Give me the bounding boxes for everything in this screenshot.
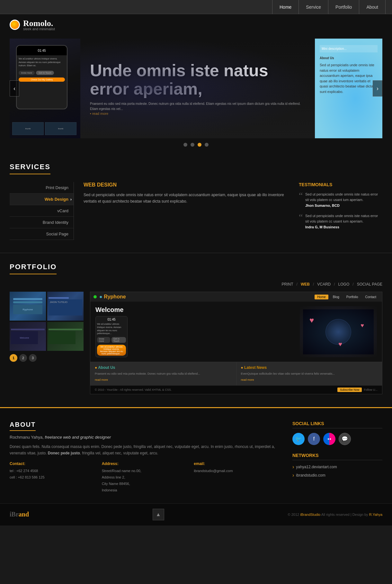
preview-news: ● Latest News EvenQuisque sollicitudin l… — [236, 362, 382, 385]
footer-brand-link[interactable]: iBrandStudio — [300, 513, 320, 516]
flickr-icon[interactable]: ●● — [323, 433, 335, 445]
services-title: SERVICES — [10, 163, 50, 174]
preview-browser: ● Ryphone Home Blog Portfolio Contact We… — [90, 292, 382, 394]
preview-nav-portfolio[interactable]: Portfolio — [344, 295, 361, 299]
preview-phone-time: 01:45 — [97, 318, 126, 321]
footer-brand-text: iBrand — [10, 511, 29, 518]
page-btn-1[interactable]: 1 — [10, 354, 17, 362]
preview-nav-blog[interactable]: Blog — [330, 295, 342, 299]
portfolio-thumb-3[interactable]: Welcome — [10, 322, 46, 351]
filter-web[interactable]: WEB — [301, 282, 310, 287]
twitter-icon[interactable]: 🐦 — [292, 433, 305, 445]
preview-hero-right: ♥ ♥ ♥ — [300, 306, 377, 357]
address-line-4: Indonesia — [102, 487, 188, 494]
about-role: freelance web and graphic designer — [45, 435, 111, 440]
slider-main: ‹ 01:45 We aCurabitur ultrices tristique… — [10, 39, 382, 138]
contact-cell: cell : +62 813 586 125 — [10, 474, 95, 481]
about-left: ABOUT Rochmanu Yahya, freelance web and … — [10, 421, 280, 494]
preview-check-gallery[interactable]: We aCurabitur ultrices tristique viverra… — [97, 345, 126, 356]
phone-mockup: 01:45 We aCurabitur ultrices tristique v… — [16, 45, 67, 109]
preview-follow[interactable]: Follow U... — [364, 388, 378, 391]
about-layout: ABOUT Rochmanu Yahya, freelance web and … — [10, 421, 382, 494]
nav-home[interactable]: Home — [272, 0, 299, 14]
social-icons: 🐦 f ●● 💬 — [292, 433, 382, 445]
preview-nav-contact[interactable]: Contact — [363, 295, 379, 299]
scroll-top-button[interactable]: ▲ — [153, 509, 164, 520]
slider-left-panel: 01:45 We aCurabitur ultrices tristique v… — [10, 39, 80, 138]
filter-vcard[interactable]: VCARD — [317, 282, 331, 287]
footer-bar: iBrand ▲ © 2012 iBrandStudio All rights … — [0, 503, 392, 525]
about-title: ABOUT — [10, 421, 36, 431]
nav-about[interactable]: About — [359, 0, 386, 14]
page-btn-3[interactable]: 3 — [29, 354, 37, 362]
email-label: email: — [194, 461, 280, 466]
nav-portfolio[interactable]: Portfolio — [328, 0, 359, 14]
services-content-text: Sed ut perspiciatis unde omnis iste natu… — [84, 192, 289, 205]
preview-nav: Home Blog Portfolio Contact — [315, 295, 379, 299]
about-section: ABOUT Rochmanu Yahya, freelance web and … — [0, 407, 392, 503]
testimonial-1-text: Sed ut perspiciatis unde omnis iste natu… — [305, 192, 382, 202]
logo-sub: sleek and minimalist — [23, 27, 55, 31]
portfolio-pagination: 1 2 3 — [10, 354, 84, 362]
about-right: SOCIAL LINKS 🐦 f ●● 💬 NETWORKS yahya12.d… — [292, 421, 382, 494]
logo-icon — [10, 20, 20, 30]
footer-designer-link[interactable]: R.Yahya — [369, 513, 382, 516]
portfolio-section: PORTFOLIO PRINT / WEB / VCARD / LOGO / S… — [0, 253, 392, 407]
slider-dots — [10, 143, 382, 147]
phone-time: 01:45 — [38, 49, 46, 52]
email-value: ibrandstudio@gmail.com — [194, 468, 280, 474]
portfolio-thumb-2[interactable]: JHON TUTEJO — [47, 292, 84, 321]
preview-footer: © 2010 - YourSite - All rights reserved.… — [90, 385, 382, 394]
preview-subscribe[interactable]: Subscribe Now — [337, 388, 362, 392]
services-content: WEB DESIGN Sed ut perspiciatis unde omni… — [74, 182, 299, 240]
services-menu-webdesign[interactable]: Web Design — [10, 194, 74, 205]
slider-dot-2[interactable] — [191, 143, 194, 147]
slider-dot-3[interactable] — [198, 143, 201, 147]
filter-logo[interactable]: LOGO — [338, 282, 350, 287]
preview-nav-home[interactable]: Home — [315, 295, 328, 299]
services-menu-print[interactable]: Print Design — [10, 182, 74, 194]
slider-wrapper: ‹ 01:45 We aCurabitur ultrices tristique… — [10, 39, 382, 138]
preview-hero-left: Welcome 01:45 We aCurabitur ultrices tri… — [95, 306, 297, 357]
slider-next-button[interactable]: › — [373, 80, 382, 96]
portfolio-thumb-4[interactable] — [47, 322, 84, 351]
check-gallery-btn-phone[interactable]: Check Out My Gallery — [19, 78, 65, 82]
site-header: Romolo. sleek and minimalist — [0, 14, 392, 35]
network-deviantart[interactable]: yahya12.deviantart.com — [292, 464, 382, 470]
address-line-1: Street/Road name no.00, — [102, 468, 188, 474]
portfolio-thumb-1[interactable]: Ryphone — [10, 292, 46, 321]
preview-news-readmore[interactable]: read more — [241, 378, 254, 381]
slider-right-panel: Mini description... About Us Sed ut pers… — [315, 39, 382, 138]
preview-about-readmore[interactable]: read more — [95, 378, 108, 381]
services-menu-vcard[interactable]: vCard — [10, 205, 74, 217]
chat-icon[interactable]: 💬 — [339, 433, 351, 445]
logo-text: Romolo. — [23, 19, 53, 28]
network-ibrandstudio[interactable]: ibrandstudio.com — [292, 472, 382, 478]
portfolio-grid: Ryphone JHON TUTEJO Welcome — [10, 292, 382, 394]
services-menu: Print Design Web Design vCard Brand Iden… — [10, 182, 74, 240]
slider-dot-4[interactable] — [205, 143, 209, 147]
filter-print[interactable]: PRINT — [282, 282, 293, 287]
preview-hero-title: Welcome — [95, 306, 297, 314]
testimonial-2-author: Indra G, M Business — [305, 225, 382, 229]
portfolio-main-preview: ● Ryphone Home Blog Portfolio Contact We… — [90, 292, 382, 394]
preview-know-more[interactable]: know more — [97, 337, 110, 343]
preview-get-in-touch[interactable]: Get In Touch — [111, 337, 126, 343]
testimonial-2: Sed ut perspiciatis unde omnis iste natu… — [299, 213, 382, 229]
testimonial-2-text: Sed ut perspiciatis unde omnis iste natu… — [305, 213, 382, 224]
facebook-icon[interactable]: f — [308, 433, 320, 445]
filter-social[interactable]: SOCIAL PAGE — [357, 282, 382, 287]
networks-title: NETWORKS — [292, 453, 382, 460]
slider-prev-button[interactable]: ‹ — [10, 80, 19, 96]
slider-dot-1[interactable] — [183, 143, 187, 147]
portfolio-filter: PRINT / WEB / VCARD / LOGO / SOCIAL PAGE — [10, 282, 382, 287]
nav-service[interactable]: Service — [299, 0, 328, 14]
services-content-title: WEB DESIGN — [84, 182, 289, 188]
services-menu-social[interactable]: Social Page — [10, 228, 74, 240]
preview-news-title: ● Latest News — [241, 365, 378, 370]
contact-tel: tel : +62 274 4568 — [10, 468, 95, 474]
preview-news-text: EvenQuisque sollicitudin leo vitae odio … — [241, 372, 378, 376]
testimonials-panel: TESTIMONIALS Sed ut perspiciatis unde om… — [299, 182, 382, 240]
services-menu-brand[interactable]: Brand Identity — [10, 217, 74, 228]
page-btn-2[interactable]: 2 — [19, 354, 27, 362]
